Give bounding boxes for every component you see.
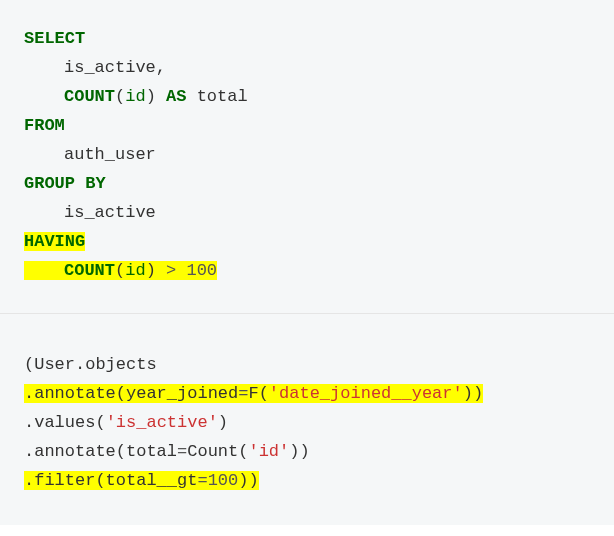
paren: ( bbox=[115, 87, 125, 106]
python-code-block: (User.objects .annotate(year_joined=F('d… bbox=[0, 314, 614, 525]
sql-line-groupcol: is_active bbox=[24, 198, 590, 227]
count-func: Count( bbox=[187, 442, 248, 461]
py-line-objects: (User.objects bbox=[24, 350, 590, 379]
close-paren: )) bbox=[463, 384, 483, 403]
close-paren: ) bbox=[218, 413, 228, 432]
paren: ) bbox=[146, 87, 156, 106]
str-id: 'id' bbox=[248, 442, 289, 461]
keyword-group-by: GROUP BY bbox=[24, 174, 106, 193]
sql-line-isactive: is_active, bbox=[24, 53, 590, 82]
num-100: 100 bbox=[186, 261, 217, 280]
col-id: id bbox=[125, 87, 145, 106]
keyword-as: AS bbox=[166, 87, 186, 106]
sql-line-groupby: GROUP BY bbox=[24, 169, 590, 198]
func-count-2: COUNT bbox=[64, 261, 115, 280]
op-eq: = bbox=[177, 442, 187, 461]
alias-total: total bbox=[197, 87, 248, 106]
py-line-filter: .filter(total__gt=100)) bbox=[24, 466, 590, 495]
py-line-annotate2: .annotate(total=Count('id')) bbox=[24, 437, 590, 466]
sql-line-select: SELECT bbox=[24, 24, 590, 53]
col-is-active-2: is_active bbox=[24, 198, 156, 227]
op-gt: > bbox=[166, 261, 176, 280]
values-call: .values( bbox=[24, 413, 106, 432]
sql-code-block: SELECT is_active, COUNT(id) AS total FRO… bbox=[0, 0, 614, 313]
keyword-from: FROM bbox=[24, 116, 65, 135]
num-100-2: 100 bbox=[208, 471, 239, 490]
op-eq: = bbox=[238, 384, 248, 403]
keyword-select: SELECT bbox=[24, 29, 85, 48]
py-line-values: .values('is_active') bbox=[24, 408, 590, 437]
annotate-year-joined: .annotate(year_joined bbox=[24, 384, 238, 403]
col-id-2: id bbox=[125, 261, 145, 280]
keyword-having: HAVING bbox=[24, 232, 85, 251]
sql-line-count: COUNT(id) AS total bbox=[24, 82, 590, 111]
py-line-annotate1: .annotate(year_joined=F('date_joined__ye… bbox=[24, 379, 590, 408]
col-is-active: is_active, bbox=[24, 53, 166, 82]
annotate-total: .annotate(total bbox=[24, 442, 177, 461]
sql-line-table: auth_user bbox=[24, 140, 590, 169]
func-count: COUNT bbox=[64, 87, 115, 106]
op-eq: = bbox=[197, 471, 207, 490]
close-paren: )) bbox=[289, 442, 309, 461]
f-func: F( bbox=[248, 384, 268, 403]
sql-line-having-cond: COUNT(id) > 100 bbox=[24, 256, 590, 285]
paren: ) bbox=[146, 261, 156, 280]
paren: ( bbox=[115, 261, 125, 280]
sql-line-from: FROM bbox=[24, 111, 590, 140]
str-date-joined-year: 'date_joined__year' bbox=[269, 384, 463, 403]
filter-call: .filter(total__gt bbox=[24, 471, 197, 490]
user-objects: (User.objects bbox=[24, 355, 157, 374]
close-paren: )) bbox=[238, 471, 258, 490]
str-is-active: 'is_active' bbox=[106, 413, 218, 432]
table-auth-user: auth_user bbox=[24, 140, 156, 169]
sql-line-having: HAVING bbox=[24, 227, 590, 256]
